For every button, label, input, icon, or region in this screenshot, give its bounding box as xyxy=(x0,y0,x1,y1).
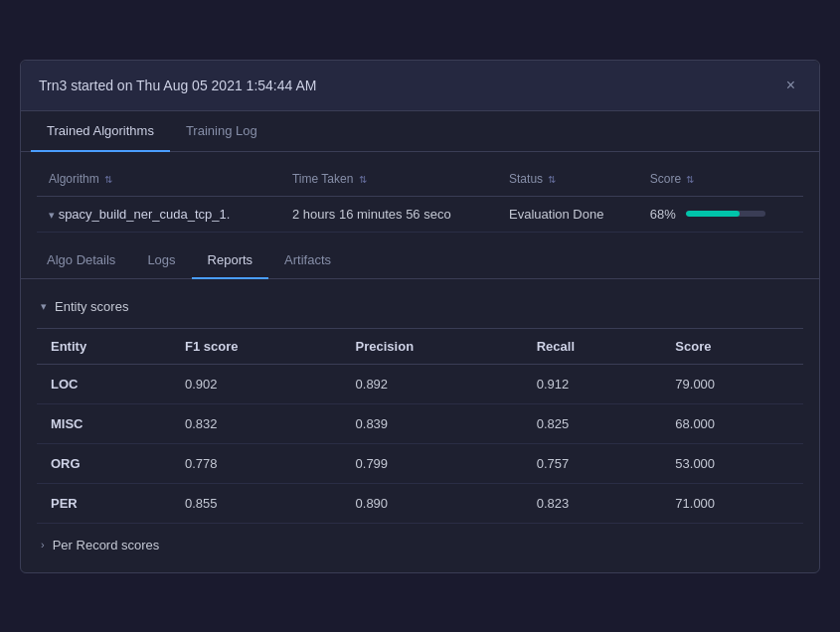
algo-time: 2 hours 16 minutes 56 seco xyxy=(280,196,497,232)
entity-table-row: LOC 0.902 0.892 0.912 79.000 xyxy=(37,364,803,403)
entity-score: 68.000 xyxy=(661,403,803,443)
entity-col-recall: Recall xyxy=(523,328,662,364)
sort-status-icon[interactable]: ⇅ xyxy=(548,174,556,185)
entity-scores-header[interactable]: ▾ Entity scores xyxy=(37,289,803,324)
algo-expand-cell: ▾ spacy_build_ner_cuda_tcp_1. xyxy=(37,196,280,232)
col-time-taken: Time Taken ⇅ xyxy=(280,162,497,197)
entity-table-row: PER 0.855 0.890 0.823 71.000 xyxy=(37,483,803,523)
entity-scores-table: Entity F1 score Precision Recall Score L… xyxy=(37,328,803,524)
score-value: 68% xyxy=(650,207,676,222)
tab-trained-algorithms[interactable]: Trained Algorithms xyxy=(31,111,170,152)
sort-time-icon[interactable]: ⇅ xyxy=(359,174,367,185)
entity-col-entity: Entity xyxy=(37,328,171,364)
modal-title: Trn3 started on Thu Aug 05 2021 1:54:44 … xyxy=(39,78,316,93)
entity-scores-label: Entity scores xyxy=(55,299,128,314)
modal-header: Trn3 started on Thu Aug 05 2021 1:54:44 … xyxy=(21,61,819,111)
entity-f1score: 0.778 xyxy=(171,443,342,483)
algorithm-table: Algorithm ⇅ Time Taken ⇅ Status ⇅ Scor xyxy=(37,162,803,233)
entity-name: MISC xyxy=(37,403,171,443)
entity-f1score: 0.832 xyxy=(171,403,342,443)
col-algorithm: Algorithm ⇅ xyxy=(37,162,280,197)
chevron-down-icon[interactable]: ▾ xyxy=(49,209,55,221)
entity-score: 71.000 xyxy=(661,483,803,523)
tab-reports[interactable]: Reports xyxy=(192,242,269,279)
sort-score-icon[interactable]: ⇅ xyxy=(686,174,694,185)
col-status: Status ⇅ xyxy=(497,162,638,197)
entity-score: 53.000 xyxy=(661,443,803,483)
entity-recall: 0.825 xyxy=(523,403,662,443)
per-record-label: Per Record scores xyxy=(53,538,160,553)
algo-score-cell: 68% xyxy=(638,196,803,232)
score-bar xyxy=(686,211,740,217)
entity-col-f1score: F1 score xyxy=(171,328,342,364)
algo-status: Evaluation Done xyxy=(497,196,638,232)
entity-col-score: Score xyxy=(661,328,803,364)
entity-name: LOC xyxy=(37,364,171,403)
col-score: Score ⇅ xyxy=(638,162,803,197)
per-record-chevron-icon: › xyxy=(41,539,45,551)
primary-tabs: Trained Algorithms Training Log xyxy=(21,111,819,152)
entity-name: ORG xyxy=(37,443,171,483)
algo-name: spacy_build_ner_cuda_tcp_1. xyxy=(59,207,231,222)
entity-f1score: 0.855 xyxy=(171,483,342,523)
tab-artifacts[interactable]: Artifacts xyxy=(268,242,347,279)
entity-table-row: MISC 0.832 0.839 0.825 68.000 xyxy=(37,403,803,443)
sort-algorithm-icon[interactable]: ⇅ xyxy=(104,174,112,185)
close-button[interactable]: × xyxy=(780,75,801,96)
entity-recall: 0.912 xyxy=(523,364,662,403)
entity-score: 79.000 xyxy=(661,364,803,403)
tab-logs[interactable]: Logs xyxy=(131,242,191,279)
modal-body: Trained Algorithms Training Log Algorith… xyxy=(21,111,819,572)
secondary-tabs: Algo Details Logs Reports Artifacts xyxy=(21,242,819,279)
per-record-scores-header[interactable]: › Per Record scores xyxy=(37,524,803,562)
entity-scores-chevron-icon: ▾ xyxy=(41,300,47,313)
entity-recall: 0.757 xyxy=(523,443,662,483)
entity-name: PER xyxy=(37,483,171,523)
reports-section: ▾ Entity scores Entity F1 score Precisio… xyxy=(21,279,819,572)
score-bar-container xyxy=(686,211,765,217)
entity-precision: 0.892 xyxy=(342,364,523,403)
algorithm-table-section: Algorithm ⇅ Time Taken ⇅ Status ⇅ Scor xyxy=(21,152,819,242)
entity-table-row: ORG 0.778 0.799 0.757 53.000 xyxy=(37,443,803,483)
entity-col-precision: Precision xyxy=(342,328,523,364)
tab-training-log[interactable]: Training Log xyxy=(170,111,273,152)
entity-recall: 0.823 xyxy=(523,483,662,523)
table-row: ▾ spacy_build_ner_cuda_tcp_1. 2 hours 16… xyxy=(37,196,803,232)
entity-precision: 0.799 xyxy=(342,443,523,483)
entity-f1score: 0.902 xyxy=(171,364,342,403)
entity-precision: 0.890 xyxy=(342,483,523,523)
tab-algo-details[interactable]: Algo Details xyxy=(31,242,131,279)
entity-precision: 0.839 xyxy=(342,403,523,443)
main-modal: Trn3 started on Thu Aug 05 2021 1:54:44 … xyxy=(20,60,820,573)
